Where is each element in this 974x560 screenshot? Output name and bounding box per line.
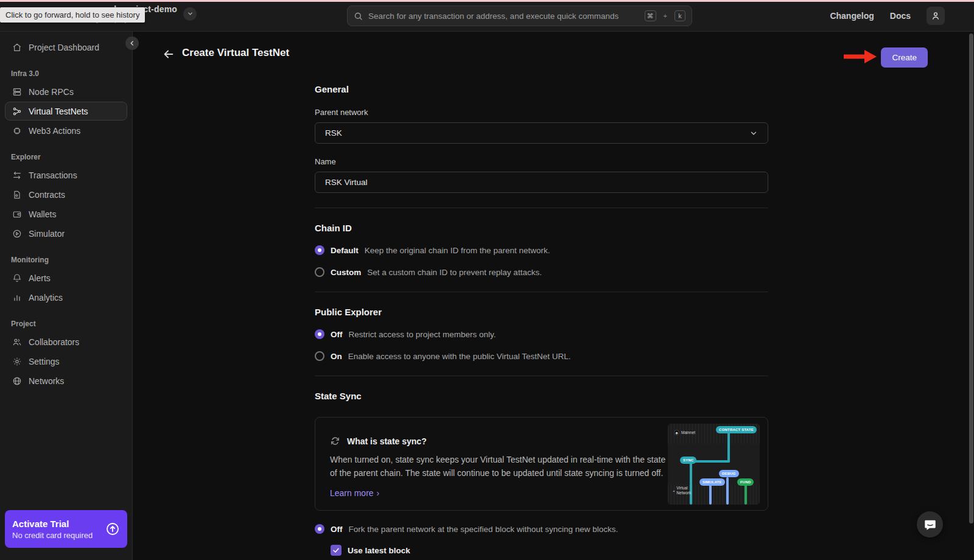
sidebar-item-analytics[interactable]: Analytics — [5, 288, 127, 307]
state-sync-option-off: Off Fork the parent network at the speci… — [315, 524, 768, 534]
sidebar-item-label: Wallets — [29, 209, 56, 219]
sidebar-item-label: Alerts — [29, 273, 51, 283]
sidebar-item-label: Settings — [29, 357, 60, 366]
page-header: Create Virtual TestNet Create — [133, 32, 974, 84]
radio-description: Set a custom chain ID to prevent replay … — [367, 268, 542, 277]
radio-off[interactable] — [315, 329, 324, 339]
radio-description: Keep the original chain ID from the pare… — [365, 246, 550, 255]
radio-custom[interactable] — [315, 267, 324, 277]
sidebar-item-label: Web3 Actions — [29, 126, 80, 136]
trial-title: Activate Trial — [12, 519, 93, 529]
sidebar-collapse-button[interactable] — [125, 37, 139, 50]
section-heading-public-explorer: Public Explorer — [315, 307, 768, 317]
sidebar-item-wallets[interactable]: Wallets — [5, 205, 127, 223]
search-placeholder: Search for any transaction or address, a… — [368, 12, 639, 21]
scrollbar-thumb[interactable] — [969, 33, 973, 523]
kbd-cmd: ⌘ — [645, 10, 656, 21]
sidebar-item-alerts[interactable]: Alerts — [5, 268, 127, 287]
topbar: my-rsk-project-demo my-rsk-project Searc… — [0, 0, 974, 32]
app-root: my-rsk-project-demo my-rsk-project Searc… — [0, 0, 974, 560]
window-top-edge — [0, 0, 974, 2]
checkbox-label: Use latest block — [348, 546, 410, 555]
sync-line — [691, 460, 730, 463]
mainnet-icon: ◈ — [674, 430, 679, 435]
sidebar-item-label: Node RPCs — [29, 87, 74, 97]
sidebar-item-label: Collaborators — [29, 337, 79, 347]
sidebar-item-label: Contracts — [29, 190, 65, 200]
fund-badge: FUND — [737, 478, 754, 486]
sidebar: Project Dashboard Infra 3.0 Node RPCs Vi… — [0, 32, 133, 560]
name-input[interactable]: RSK Virtual — [315, 172, 768, 193]
debug-badge: DEBUG — [719, 470, 739, 477]
sidebar-item-label: Analytics — [29, 293, 63, 303]
section-heading-general: General — [315, 84, 768, 94]
parent-network-label: Parent network — [315, 108, 768, 117]
radio-description: Restrict access to project members only. — [349, 330, 496, 339]
divider — [315, 376, 768, 376]
chevron-down-icon — [749, 129, 758, 138]
section-heading-state-sync: State Sync — [315, 391, 768, 401]
chat-bubble-icon — [923, 518, 937, 531]
radio-description: Fork the parent network at the specified… — [349, 525, 618, 534]
sidebar-item-contracts[interactable]: Contracts — [5, 185, 127, 204]
state-sync-info-card: What is state sync? When turned on, stat… — [315, 417, 768, 511]
global-search-input[interactable]: Search for any transaction or address, a… — [347, 5, 692, 26]
support-chat-button[interactable] — [917, 511, 943, 537]
radio-sync-off[interactable] — [315, 524, 324, 534]
chevron-right-icon: › — [377, 488, 380, 498]
activate-trial-banner[interactable]: Activate Trial No credit card required — [5, 510, 127, 548]
divider — [315, 208, 768, 208]
radio-default[interactable] — [315, 245, 324, 255]
chevron-down-icon[interactable] — [183, 7, 197, 21]
public-explorer-option-off: Off Restrict access to project members o… — [315, 329, 768, 339]
sidebar-item-networks[interactable]: Networks — [5, 371, 127, 390]
radio-on[interactable] — [315, 351, 324, 361]
play-circle-icon — [12, 228, 22, 239]
public-explorer-option-on: On Enable access to anyone with the publ… — [315, 351, 768, 361]
home-icon — [12, 42, 22, 52]
create-button[interactable]: Create — [881, 47, 928, 68]
sidebar-item-settings[interactable]: Settings — [5, 352, 127, 371]
page-scrollbar[interactable] — [969, 33, 973, 523]
debug-line — [726, 477, 729, 505]
page-title: Create Virtual TestNet — [182, 47, 289, 59]
sidebar-item-project-dashboard[interactable]: Project Dashboard — [5, 38, 127, 57]
docs-link[interactable]: Docs — [890, 11, 911, 21]
learn-more-label: Learn more — [330, 488, 374, 498]
sidebar-item-label: Networks — [29, 376, 64, 386]
name-label: Name — [315, 157, 768, 166]
search-icon — [354, 12, 363, 21]
swap-arrows-icon — [12, 170, 22, 180]
sidebar-item-label: Virtual TestNets — [29, 107, 88, 116]
account-button[interactable] — [927, 7, 945, 25]
sidebar-item-node-rpcs[interactable]: Node RPCs — [5, 82, 127, 101]
back-arrow-button[interactable] — [162, 47, 175, 61]
chain-id-option-custom: Custom Set a custom chain ID to prevent … — [315, 267, 768, 277]
parent-network-select[interactable]: RSK — [315, 122, 768, 144]
state-sync-card-title: What is state sync? — [347, 436, 427, 446]
kbd-plus: + — [664, 12, 667, 19]
radio-label: Off — [331, 330, 343, 339]
fund-line — [745, 485, 747, 505]
use-latest-block-checkbox[interactable] — [331, 545, 342, 556]
person-icon — [931, 11, 941, 21]
server-icon — [12, 86, 22, 97]
sidebar-item-virtual-testnets[interactable]: Virtual TestNets — [5, 102, 127, 121]
sidebar-item-transactions[interactable]: Transactions — [5, 166, 127, 184]
refresh-icon — [330, 436, 340, 446]
sidebar-item-web3-actions[interactable]: Web3 Actions — [5, 121, 127, 140]
arrow-up-circle-icon — [105, 522, 120, 536]
cpu-chip-icon — [12, 125, 22, 136]
changelog-link[interactable]: Changelog — [830, 11, 874, 21]
learn-more-link[interactable]: Learn more › — [330, 488, 379, 498]
sidebar-section-project: Project — [11, 320, 121, 328]
branch-network-icon — [12, 106, 22, 116]
sidebar-item-label: Project Dashboard — [29, 43, 99, 52]
radio-label: On — [331, 352, 342, 361]
name-value: RSK Virtual — [325, 178, 368, 187]
virtual-network-label: ⟓ Virtual Network — [673, 486, 697, 495]
sidebar-item-simulator[interactable]: Simulator — [5, 224, 127, 243]
state-sync-card-body: When turned on, state sync keeps your Vi… — [330, 453, 668, 480]
sidebar-item-collaborators[interactable]: Collaborators — [5, 332, 127, 351]
radio-label: Off — [331, 525, 343, 534]
